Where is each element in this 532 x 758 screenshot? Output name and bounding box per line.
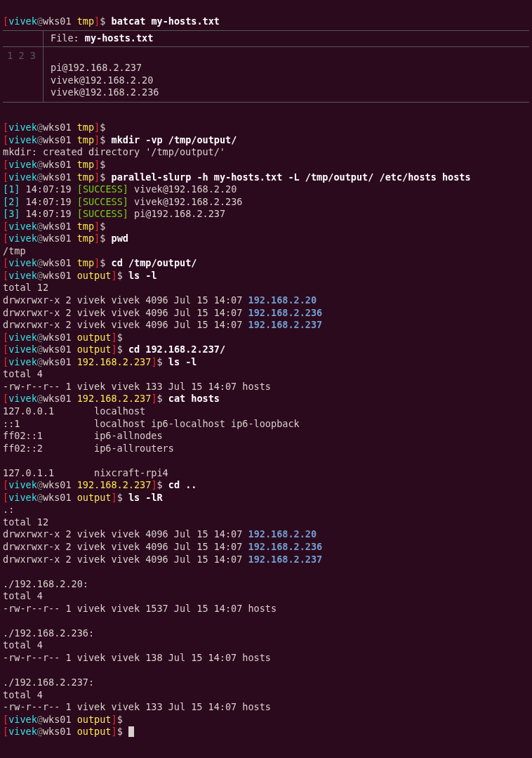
command: batcat my-hosts.txt [112,15,220,27]
dollar: $ [100,15,111,27]
file-line: vivek@192.168.2.236 [51,86,159,98]
hosts-line: ff02::1 ip6-allnodes [3,430,163,441]
terminal-output: [vivek@wks01 tmp]$ batcat my-hosts.txt [3,3,529,27]
ls-row: drwxrwxr-x 2 vivek vivek 4096 Jul 15 14:… [3,294,248,306]
file-line: pi@192.168.2.237 [51,62,142,73]
command: ls -l [128,270,157,281]
prompt-cwd: tmp [77,15,94,27]
hosts-line: 127.0.1.1 nixcraft-rpi4 [3,467,168,478]
command: cd .. [168,479,197,490]
output-line: ./192.168.2.236: [3,627,94,639]
bat-body: 1 2 3 pi@192.168.2.237 vivek@192.168.2.2… [3,47,529,103]
command: cd /tmp/output/ [112,257,197,268]
command: mkdir -vp /tmp/output/ [112,134,237,145]
bat-header: File: my-hosts.txt [3,30,529,47]
ls-row: -rw-r--r-- 1 vivek vivek 138 Jul 15 14:0… [3,652,271,663]
output-line: ./192.168.2.20: [3,578,88,589]
output-line: total 4 [3,689,43,700]
output-line: mkdir: created directory '/tmp/output/' [3,146,225,157]
lineno: 2 [19,50,25,61]
prompt-user: vivek [8,15,37,27]
command: pwd [112,233,128,244]
output-line: /tmp [3,245,26,256]
bracket: [ [3,15,8,27]
command: ls -lR [128,492,163,503]
command: cat hosts [168,393,220,404]
cursor[interactable] [128,726,134,737]
dir-name: 192.168.2.236 [248,541,323,552]
dir-name: 192.168.2.237 [248,554,323,565]
hosts-line: 127.0.0.1 localhost [3,405,145,417]
command: cd 192.168.2.237/ [128,344,225,355]
output-line: total 4 [3,368,43,379]
prompt-host: wks01 [43,15,72,27]
terminal-output: [vivek@wks01 tmp]$ [vivek@wks01 tmp]$ mk… [3,110,529,738]
output-line: total 4 [3,590,43,601]
dir-name: 192.168.2.237 [248,319,323,330]
bracket: ] [94,15,100,27]
lineno: 3 [30,50,36,61]
ls-row: -rw-r--r-- 1 vivek vivek 1537 Jul 15 14:… [3,603,277,614]
file-name: my-hosts.txt [85,32,154,44]
dir-name: 192.168.2.20 [248,528,317,540]
file-line: vivek@192.168.2.20 [51,74,153,86]
ls-row: -rw-r--r-- 1 vivek vivek 133 Jul 15 14:0… [3,381,271,392]
status-success: SUCCESS [83,183,123,195]
output-line: total 12 [3,282,48,293]
output-line: total 4 [3,639,43,651]
output-line: .: [3,504,14,515]
hosts-line: ff02::2 ip6-allrouters [3,443,174,454]
command: ls -l [168,356,197,367]
dir-name: 192.168.2.20 [248,294,317,306]
ls-row: -rw-r--r-- 1 vivek vivek 133 Jul 15 14:0… [3,701,271,712]
hosts-line: ::1 localhost ip6-localhost ip6-loopback [3,418,300,429]
file-label: File: [51,32,79,44]
at: @ [37,15,43,27]
output-line: total 12 [3,516,48,528]
lineno: 1 [7,50,13,61]
command: parallel-slurp -h my-hosts.txt -L /tmp/o… [112,171,471,183]
output-line: ./192.168.2.237: [3,677,94,688]
dir-name: 192.168.2.236 [248,307,323,318]
